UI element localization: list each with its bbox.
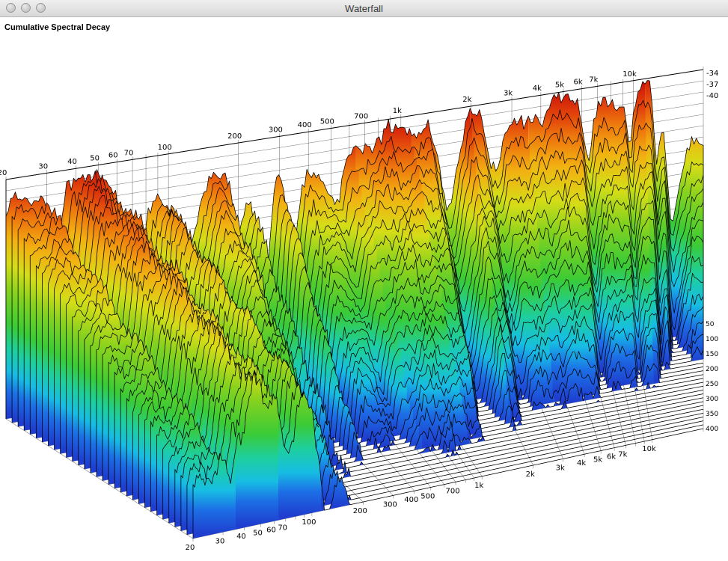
window-controls — [6, 3, 46, 13]
minimize-button[interactable] — [21, 3, 31, 13]
chart-title: Cumulative Spectral Decay — [4, 22, 110, 31]
app-window: Waterfall Cumulative Spectral Decay — [0, 0, 728, 561]
title-bar: Waterfall — [0, 0, 728, 17]
window-title: Waterfall — [0, 3, 728, 14]
waterfall-plot — [0, 0, 728, 561]
close-button[interactable] — [6, 3, 16, 13]
zoom-button[interactable] — [36, 3, 46, 13]
